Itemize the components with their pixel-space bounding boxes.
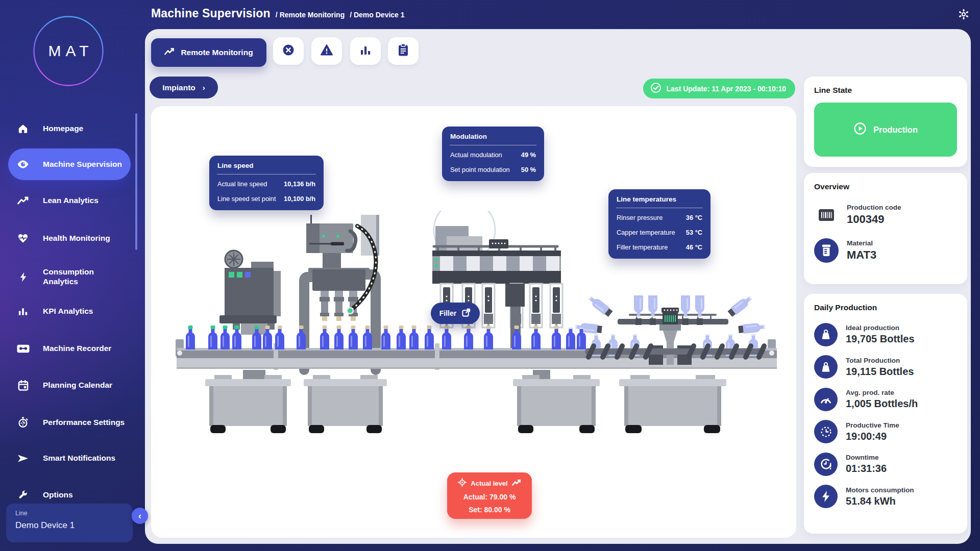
stat-value: 19,115 Bottles	[846, 366, 914, 378]
eye-icon	[16, 160, 30, 169]
downtime-events-button[interactable]	[273, 37, 304, 65]
barcode-icon	[814, 209, 839, 221]
line-state-status[interactable]: Production	[814, 103, 957, 157]
sidebar-item-label: Planning Calendar	[43, 381, 130, 390]
sidebar-item-performance-settings[interactable]: Performance Settings	[8, 407, 131, 438]
material-value: MAT3	[847, 248, 876, 262]
overview-card: Overview Production code 100349 Material…	[804, 173, 967, 284]
sidebar-item-machine-supervision[interactable]: Machine Supervision	[8, 148, 131, 180]
machine-bases	[205, 375, 726, 433]
tab-remote-monitoring[interactable]: Remote Monitoring	[151, 38, 266, 67]
analytics-button[interactable]	[350, 37, 381, 65]
downtime-clock-icon	[814, 453, 838, 476]
calendar-icon	[16, 380, 30, 391]
external-link-icon	[461, 308, 471, 319]
actual-level-value: Actual: 79.00 %	[453, 493, 526, 501]
sidebar-scrollbar[interactable]	[135, 113, 137, 250]
plant-button[interactable]: Impianto ›	[150, 77, 218, 98]
device-selector-value: Demo Device 1	[15, 520, 124, 531]
sidebar-item-planning-calendar[interactable]: Planning Calendar	[8, 369, 131, 401]
material-container-icon	[814, 238, 839, 263]
stat-label: Ideal production	[846, 324, 915, 332]
last-update-text: Last Update: 11 Apr 2023 - 00:10:10	[667, 85, 786, 93]
total-production-row: Total Production 19,115 Bottles	[814, 351, 957, 384]
sidebar-item-label: Options	[43, 490, 130, 500]
line-state-card: Line State Production	[804, 77, 967, 167]
speed-gauge-icon	[814, 388, 838, 411]
sidebar-item-smart-notifications[interactable]: Smart Notifications	[8, 442, 131, 474]
row-label: Filler temperature	[617, 243, 668, 251]
set-level-value: Set: 80.00 %	[453, 506, 526, 514]
actual-level-title: Actual level	[471, 480, 507, 487]
sidebar-collapse-button[interactable]: ‹	[132, 508, 148, 524]
stat-label: Avg. prod. rate	[846, 389, 918, 396]
reports-button[interactable]	[388, 37, 419, 65]
play-circle-icon	[853, 122, 867, 137]
sidebar-item-machine-recorder[interactable]: Machine Recorder	[8, 333, 131, 364]
settings-button[interactable]	[953, 5, 974, 26]
crosshair-icon	[458, 478, 467, 488]
filler-button-label: Filler	[439, 309, 456, 317]
modulation-callout: Modulation Actual modulation49 % Set poi…	[442, 127, 544, 181]
paper-plane-icon	[16, 454, 30, 463]
callout-title: Modulation	[450, 133, 537, 140]
callout-title: Line speed	[217, 162, 316, 169]
trend-line-icon	[164, 47, 175, 58]
actual-level-card[interactable]: Actual level Actual: 79.00 % Set: 80.00 …	[447, 472, 532, 519]
trend-line-icon	[16, 196, 30, 205]
machine-canvas: Line speed Actual line speed10,136 b/h L…	[151, 106, 796, 538]
downtime-row: Downtime 01:31:36	[814, 448, 957, 481]
bar-chart-icon	[16, 307, 30, 316]
row-label: Line speed set point	[217, 195, 276, 203]
sidebar-item-lean-analytics[interactable]: Lean Analytics	[8, 185, 131, 216]
sidebar-item-kpi-analytics[interactable]: KPI Analytics	[8, 295, 131, 327]
tab-label: Remote Monitoring	[181, 48, 253, 57]
alarms-button[interactable]	[311, 37, 342, 65]
sidebar-item-label: Smart Notifications	[43, 454, 130, 463]
weight-bag-icon	[814, 323, 838, 346]
sidebar-item-homepage[interactable]: Homepage	[8, 113, 131, 144]
page-title: Machine Supervision	[151, 7, 271, 20]
ideal-production-row: Ideal production 19,705 Bottles	[814, 318, 957, 351]
close-circle-icon	[282, 43, 295, 59]
motors-consumption-row: Motors consumption 51.84 kWh	[814, 481, 957, 513]
row-label: Rinser pressure	[617, 214, 663, 221]
line-state-title: Line State	[814, 86, 957, 95]
sidebar-item-label: Lean Analytics	[43, 196, 130, 206]
row-value: 36 °C	[686, 214, 702, 221]
sidebar-item-label: Consumption Analytics	[43, 267, 130, 287]
sidebar-item-consumption-analytics[interactable]: Consumption Analytics	[8, 261, 131, 293]
line-speed-callout: Line speed Actual line speed10,136 b/h L…	[209, 156, 324, 210]
productive-time-row: Productive Time 19:00:49	[814, 416, 957, 448]
row-value: 53 °C	[686, 229, 702, 236]
sidebar: MAT Homepage Machine Supervision Lean An…	[0, 0, 145, 551]
chevron-left-icon: ‹	[138, 511, 141, 521]
daily-production-title: Daily Production	[814, 303, 957, 312]
sidebar-item-health-monitoring[interactable]: Health Monitoring	[8, 222, 131, 254]
cassette-icon	[16, 344, 30, 353]
heart-pulse-icon	[16, 233, 30, 243]
filler-detail-button[interactable]: Filler	[431, 303, 480, 324]
chevron-right-icon: ›	[203, 83, 205, 92]
callout-title: Line temperatures	[617, 195, 703, 203]
weight-bag-icon	[814, 355, 838, 379]
row-value: 10,100 b/h	[284, 195, 315, 203]
row-value: 50 %	[521, 166, 536, 173]
wrench-icon	[16, 490, 30, 500]
sidebar-item-label: Homepage	[43, 124, 130, 134]
stat-value: 19:00:49	[846, 431, 899, 442]
row-value: 49 %	[521, 151, 536, 159]
logo-text: MAT	[33, 15, 104, 87]
production-code-label: Production code	[847, 204, 901, 211]
sidebar-item-label: Machine Recorder	[43, 344, 130, 354]
trend-line-icon	[512, 479, 521, 488]
production-code-value: 100349	[847, 213, 901, 226]
clock-dashed-icon	[814, 420, 838, 443]
line-state-label: Production	[873, 125, 918, 135]
row-label: Capper temperature	[617, 229, 675, 236]
device-selector[interactable]: Line Demo Device 1	[6, 504, 133, 542]
row-label: Set point modulation	[450, 166, 510, 173]
device-selector-label: Line	[15, 510, 124, 517]
stopwatch-icon	[16, 417, 30, 428]
clipboard-icon	[398, 43, 409, 59]
